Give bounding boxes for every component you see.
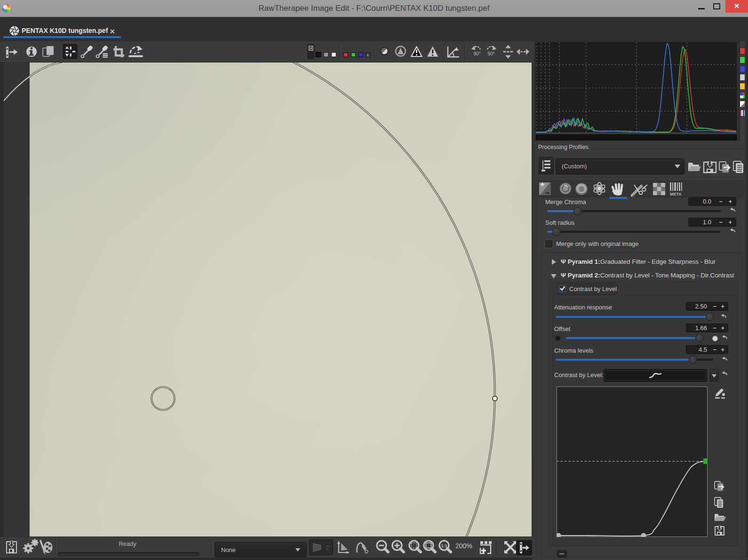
svg-text:L: L [367,53,369,57]
svg-text:90°: 90° [473,51,480,56]
svg-text:META: META [670,192,682,197]
svg-text:90°: 90° [487,51,494,56]
svg-text:1:1: 1:1 [441,543,447,548]
svg-text:200%: 200% [455,542,472,550]
